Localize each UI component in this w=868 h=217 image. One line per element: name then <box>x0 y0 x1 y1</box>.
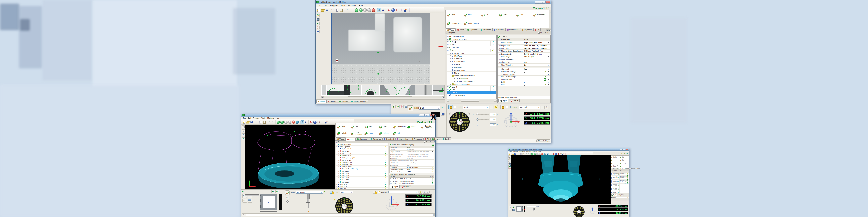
item-checkbox[interactable] <box>455 81 456 82</box>
tab-fit[interactable]: Fit <box>533 28 541 31</box>
point-row-8[interactable]: 8Circles.Z (-/3.50).Maximum Point✓ <box>390 178 434 180</box>
save-icon[interactable] <box>514 153 516 155</box>
tab-eingabe[interactable]: Eingabe <box>612 194 617 196</box>
tree-item-begin-of-block[interactable]: Begin of Block <box>336 148 388 150</box>
tree-item-block-alignment[interactable]: ⊞Block Alignment✓ <box>336 146 388 148</box>
autofocus-icon[interactable] <box>313 120 317 124</box>
param-row-begin-point[interactable]: ⊞Begin Point(141.9309 mm,...m,12.2045 mm… <box>498 44 550 47</box>
param-row-top-center-point[interactable]: ⊞Top Center Point(21.000 mm,-66.200 mm,7… <box>390 155 434 157</box>
light-dropdown[interactable]: 2 (0)▼ <box>340 191 353 193</box>
tree-item-point-in-3d-y-a[interactable]: ⊞Point in 3D Y(a)✓ <box>336 161 388 163</box>
tree-item-ebene-xy[interactable]: Ebene XY✓ <box>612 192 619 193</box>
restore-button[interactable]: □ <box>424 114 429 116</box>
dropdown-arrow-icon[interactable]: ▼ <box>547 76 550 78</box>
stage-position-map[interactable] <box>260 194 277 210</box>
light-dropdown[interactable]: 1 (8)▼ <box>463 106 489 109</box>
tool-button-focus-point[interactable]: Focus Point <box>446 22 464 25</box>
expander[interactable]: ⊞ <box>338 181 340 183</box>
expander[interactable]: ⊞ <box>338 179 340 181</box>
expand-icon[interactable]: ⊞ <box>498 50 501 52</box>
tool-button-circle[interactable]: Circle <box>378 125 393 129</box>
tree-item-diameter[interactable]: Diameter <box>447 66 496 69</box>
probe-small-icon[interactable] <box>272 190 275 193</box>
spin-down-icon[interactable]: ▼ <box>497 120 498 121</box>
tool-button-cylinder[interactable]: Cylinder <box>336 131 350 136</box>
expand-icon[interactable]: ⊞ <box>390 157 392 159</box>
expand-icon[interactable]: ⊞ <box>498 59 501 60</box>
tab-reference[interactable]: Reference <box>369 137 382 141</box>
run-icon[interactable] <box>531 153 533 155</box>
tool-button-cone-segment[interactable]: Cone Segment <box>350 131 365 136</box>
tool-button-edge-curves[interactable]: Edge Curves <box>464 22 481 25</box>
cube-icon[interactable] <box>508 160 510 162</box>
param-row-parameter[interactable]: ParameterValue <box>498 38 550 41</box>
setting-row-link-move-settings[interactable]: Link Move Settings1↗▼ <box>498 75 550 78</box>
title-bar[interactable]: Duse rev. Drehteil - Approve for DeMeet … <box>508 149 629 151</box>
restore-button[interactable]: □ <box>540 1 545 4</box>
setting-row-dimension-settings[interactable]: Dimension Settings1↗▼ <box>498 70 550 73</box>
tree-item-end-of-program[interactable]: End of Program <box>447 94 496 97</box>
crosshair-icon[interactable] <box>560 153 562 155</box>
check-box[interactable]: ✓ <box>432 178 433 180</box>
disk-icon[interactable] <box>316 30 320 33</box>
tree-item-line-4[interactable]: ⊞Line 4✓ <box>447 86 496 88</box>
tree-item-focus-point-z-axis[interactable]: ⊞Focus Point Z-axis <box>447 38 496 40</box>
scroll-thumb[interactable] <box>461 100 479 102</box>
menu-program[interactable]: Program <box>252 117 260 119</box>
machine-icon[interactable] <box>543 153 546 155</box>
show-derived-toggle[interactable]: Show Derived <box>538 32 550 34</box>
tab-result[interactable]: Result <box>400 185 411 188</box>
z-position-slider[interactable] <box>279 194 282 210</box>
video-source-button[interactable] <box>408 105 413 111</box>
tab-video[interactable]: Video <box>611 168 615 169</box>
tool-button-ebene-aus-3-punkten[interactable]: Ebene aus 3 Punkten <box>612 165 620 167</box>
menu-edit[interactable]: Edit <box>322 5 329 7</box>
redo-icon[interactable] <box>349 8 353 12</box>
light-lock-icon[interactable] <box>330 191 334 194</box>
thumb-partial[interactable] <box>322 85 326 95</box>
tree-item-block-45-00[interactable]: ⊞Block 45.00✓ <box>336 185 388 188</box>
expander[interactable]: ⊞ <box>338 177 340 179</box>
zoom2-icon[interactable] <box>242 125 245 128</box>
expand-icon[interactable]: ⊞ <box>390 160 392 161</box>
step-icon[interactable] <box>280 120 284 124</box>
cube-icon[interactable] <box>242 133 245 136</box>
tab-intersection[interactable]: Intersection <box>505 28 520 31</box>
stop-icon[interactable] <box>288 120 291 124</box>
dropdown-arrow-icon[interactable]: ▼ <box>547 56 550 57</box>
point-row-9[interactable]: 9Circles.Y (+/3.50).Minimum Point✓ <box>390 180 434 182</box>
tool-button-plane[interactable]: Plane <box>406 125 421 129</box>
thumb-2[interactable] <box>344 85 362 95</box>
stylus-tab-button[interactable] <box>285 190 289 195</box>
save-icon[interactable] <box>250 120 253 124</box>
link-icon[interactable]: ↗ <box>544 68 546 70</box>
tree-item-arc-2[interactable]: ⊞Arc 2✓ <box>447 43 496 46</box>
probe-icon[interactable] <box>392 105 396 108</box>
tree-item-link-l1-z[interactable]: ⊞Link L1 (Z)✓ <box>336 150 388 152</box>
run-icon[interactable] <box>354 8 359 12</box>
tool-button-point-in-3d[interactable]: Point in 3D <box>393 125 406 129</box>
slider-thumb[interactable] <box>477 113 478 115</box>
link-icon[interactable]: ↗ <box>544 81 546 83</box>
spin-down-icon[interactable]: ▼ <box>497 114 498 115</box>
ref-icon[interactable] <box>562 153 564 155</box>
dropdown-arrow-icon[interactable]: ▼ <box>547 82 550 83</box>
param-row-sigma-filter[interactable]: ⊞Sigma Filter3.00 <box>498 61 550 64</box>
dropdown-arrow-icon[interactable]: ▼ <box>547 84 550 85</box>
goto-icon[interactable] <box>541 106 545 109</box>
image-icon[interactable] <box>316 18 320 21</box>
setting-row-video-settings[interactable]: Video Settings1↗▼ <box>498 78 550 81</box>
param-row-end-point[interactable]: ⊞End Point(145.7941 mm,...m,12.2045 mm) <box>498 47 550 50</box>
expander[interactable]: ⊞ <box>450 83 452 85</box>
expander[interactable]: ⊞ <box>447 41 449 43</box>
link-icon[interactable]: ↗ <box>544 79 546 81</box>
light-lock-icon[interactable] <box>448 105 453 109</box>
setting-value[interactable]: 1 <box>524 76 544 78</box>
param-row-edge-processing[interactable]: ⊞Edge Processing <box>498 58 550 61</box>
ref-icon[interactable] <box>404 8 408 12</box>
setting-value[interactable]: 1 <box>524 79 544 81</box>
tab-konstruieren[interactable]: Konstruieren <box>630 168 636 169</box>
menu-hilfe[interactable]: Hilfe <box>538 151 541 152</box>
setting-row-lens[interactable]: Lens1↗▼ <box>498 83 550 86</box>
expand-icon[interactable]: ⊞ <box>498 45 501 46</box>
